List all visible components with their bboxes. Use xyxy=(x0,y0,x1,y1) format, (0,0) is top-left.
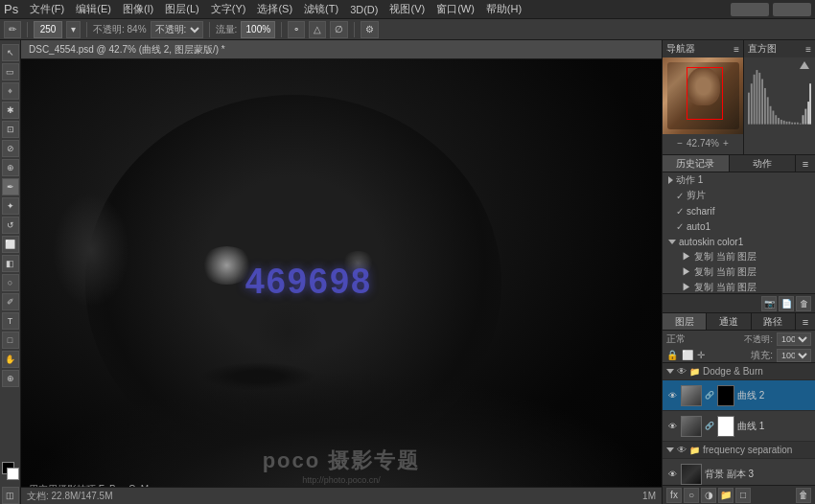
history-item-jiupian[interactable]: ✓ 剪片 xyxy=(663,188,815,203)
menu-help[interactable]: 帮助(H) xyxy=(480,2,527,16)
move-tool[interactable]: ↖ xyxy=(2,44,19,61)
layer-adjustment-btn[interactable]: ◑ xyxy=(701,488,716,503)
layers-list[interactable]: 👁 📁 Dodge & Burn 👁 🔗 曲线 2 👁 xyxy=(663,363,815,485)
history-delete-btn[interactable]: 🗑 xyxy=(796,296,811,311)
nav-zoom-value: 42.74% xyxy=(687,138,719,149)
pen-btn[interactable]: ∅ xyxy=(330,21,348,38)
pen-path-tool[interactable]: ✐ xyxy=(2,293,19,310)
pressure-btn[interactable]: △ xyxy=(309,21,326,38)
histogram-menu-icon[interactable]: ≡ xyxy=(805,44,811,55)
layer-group-btn[interactable]: 📁 xyxy=(718,488,734,503)
layer-bg-copy3[interactable]: 👁 背景 副本 3 xyxy=(663,459,815,485)
dodge-tool[interactable]: ○ xyxy=(2,274,19,291)
layer-eye-icon[interactable]: 👁 xyxy=(666,421,678,432)
layer-fx-btn[interactable]: fx xyxy=(666,488,682,503)
menu-edit[interactable]: 编辑(E) xyxy=(70,2,117,16)
history-list[interactable]: 动作 1 ✓ 剪片 ✓ scharif ✓ auto1 autoskin c xyxy=(663,172,815,293)
hand-tool[interactable]: ✋ xyxy=(2,351,19,368)
select-rect-tool[interactable]: ▭ xyxy=(2,63,19,80)
layer-group-freq-sep[interactable]: 👁 📁 frequency separation xyxy=(663,442,815,459)
layers-menu-icon[interactable]: ≡ xyxy=(796,313,815,330)
brush-picker-btn[interactable]: ▾ xyxy=(66,21,81,38)
layer-curve1[interactable]: 👁 🔗 曲线 1 xyxy=(663,411,815,442)
menu-3d[interactable]: 3D(D) xyxy=(344,4,384,15)
history-item-label: ▶ 复制 当前 图层 xyxy=(682,265,757,279)
history-new-snapshot-btn[interactable]: 📷 xyxy=(761,296,777,311)
history-new-document-btn[interactable]: 📄 xyxy=(779,296,794,311)
zoom-tool[interactable]: ⊕ xyxy=(2,370,19,387)
eraser-tool[interactable]: ⬜ xyxy=(2,236,19,253)
brush-size-input[interactable] xyxy=(34,21,62,38)
histogram-panel: 直方图 ≡ xyxy=(744,40,815,154)
histogram-header: 直方图 ≡ xyxy=(744,40,815,57)
layer-delete-btn[interactable]: 🗑 xyxy=(796,488,811,503)
history-item-scharif[interactable]: ✓ scharif xyxy=(663,203,815,218)
layer-eye-icon[interactable]: 👁 xyxy=(666,390,678,401)
check-icon: ✓ xyxy=(676,221,684,232)
nav-zoom-plus[interactable]: + xyxy=(723,138,729,149)
menu-layer[interactable]: 图层(L) xyxy=(159,2,204,16)
brush-tool[interactable]: ✒ xyxy=(2,178,19,195)
menu-text[interactable]: 文字(Y) xyxy=(205,2,252,16)
svg-rect-21 xyxy=(804,109,806,125)
menu-image[interactable]: 图像(I) xyxy=(117,2,159,16)
history-item-copy2[interactable]: ▶ 复制 当前 图层 xyxy=(663,264,815,280)
menu-view[interactable]: 视图(V) xyxy=(384,2,431,16)
lasso-tool[interactable]: ⌖ xyxy=(2,82,19,100)
clone-stamp-tool[interactable]: ✦ xyxy=(2,197,19,215)
history-tab-bar: 历史记录 动作 ≡ xyxy=(663,155,815,172)
history-item-copy3[interactable]: ▶ 复制 当前 图层 xyxy=(663,280,815,293)
tab-layers[interactable]: 图层 xyxy=(663,313,707,330)
gradient-tool[interactable]: ◧ xyxy=(2,255,19,272)
layer-new-btn[interactable]: □ xyxy=(735,488,751,503)
menu-file[interactable]: 文件(F) xyxy=(24,2,70,16)
layer-mask-btn[interactable]: ○ xyxy=(684,488,699,503)
group-eye-icon[interactable]: 👁 xyxy=(677,366,687,377)
history-item-label: auto1 xyxy=(687,221,710,232)
tab-paths[interactable]: 路径 xyxy=(752,313,796,330)
lock-pixels-icon[interactable]: ⬜ xyxy=(682,350,693,360)
layer-curve2[interactable]: 👁 🔗 曲线 2 xyxy=(663,380,815,411)
blend-mode-select[interactable]: 不透明: 84% xyxy=(151,21,203,38)
history-item-copy1[interactable]: ▶ 复制 当前 图层 xyxy=(663,249,815,264)
heal-tool[interactable]: ⊕ xyxy=(2,159,19,176)
history-item-label: 剪片 xyxy=(687,189,706,202)
canvas-content[interactable]: 469698 poco 摄影专题 http://photo.poco.cn/ 用… xyxy=(21,59,662,504)
history-menu-icon[interactable]: ≡ xyxy=(796,155,815,172)
layers-toolbar: fx ○ ◑ 📁 □ 🗑 xyxy=(663,485,815,504)
lock-position-icon[interactable]: ✛ xyxy=(697,350,705,360)
fill-select[interactable]: 100% xyxy=(777,349,811,362)
menu-select[interactable]: 选择(S) xyxy=(251,2,298,16)
background-color[interactable] xyxy=(7,468,19,480)
svg-rect-2 xyxy=(754,75,756,125)
eyedropper-tool[interactable]: ⊘ xyxy=(2,140,19,157)
airbrush-btn[interactable]: ⚬ xyxy=(288,21,305,38)
magic-wand-tool[interactable]: ✱ xyxy=(2,102,19,119)
text-tool[interactable]: T xyxy=(2,312,19,330)
svg-rect-6 xyxy=(764,88,766,125)
crop-tool[interactable]: ⊡ xyxy=(2,121,19,138)
menu-filter[interactable]: 滤镜(T) xyxy=(298,2,344,16)
nav-zoom-minus[interactable]: − xyxy=(677,138,683,149)
history-item-action1[interactable]: 动作 1 xyxy=(663,172,815,188)
history-item-label: ▶ 复制 当前 图层 xyxy=(682,250,757,263)
history-item-auto1[interactable]: ✓ auto1 xyxy=(663,218,815,234)
tab-channels[interactable]: 通道 xyxy=(707,313,751,330)
shape-tool[interactable]: □ xyxy=(2,332,19,349)
mode-label: 不透明: 84% xyxy=(93,23,147,36)
menu-window[interactable]: 窗口(W) xyxy=(431,2,480,16)
layer-eye-icon[interactable]: 👁 xyxy=(666,469,678,480)
group-eye-icon-2[interactable]: 👁 xyxy=(677,445,687,455)
layer-group-dodge-burn[interactable]: 👁 📁 Dodge & Burn xyxy=(663,363,815,380)
navigator-preview[interactable] xyxy=(663,57,743,134)
history-group-autoskin[interactable]: autoskin color1 xyxy=(663,234,815,249)
flow-input[interactable] xyxy=(241,21,275,38)
quick-mask-btn[interactable]: ◫ xyxy=(2,487,19,504)
brush-tool-btn[interactable]: ✏ xyxy=(4,21,21,38)
settings-btn[interactable]: ⚙ xyxy=(361,21,379,38)
tab-actions[interactable]: 动作 xyxy=(730,155,797,172)
tab-history[interactable]: 历史记录 xyxy=(663,155,730,172)
history-brush-tool[interactable]: ↺ xyxy=(2,217,19,234)
navigator-menu-icon[interactable]: ≡ xyxy=(734,44,739,55)
opacity-select[interactable]: 100% xyxy=(777,332,811,346)
